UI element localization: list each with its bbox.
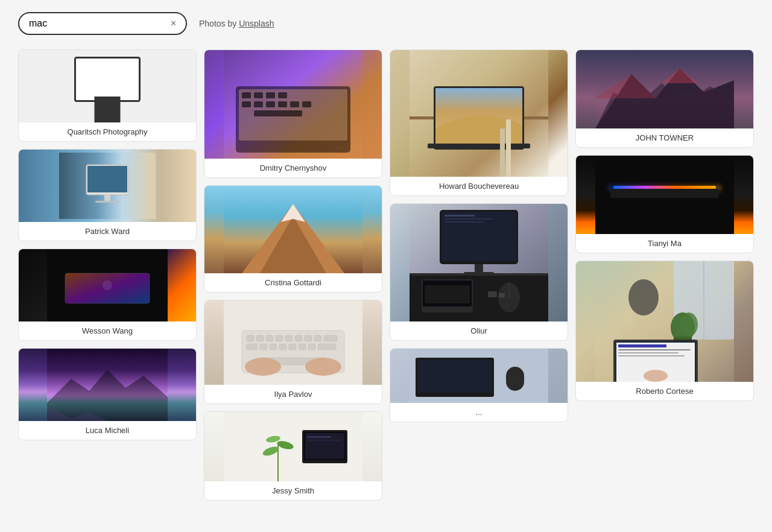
search-input[interactable]: mac xyxy=(29,18,171,29)
svg-rect-102 xyxy=(595,198,734,234)
svg-rect-46 xyxy=(299,344,306,350)
luca-photo-svg xyxy=(47,349,168,421)
photo-grid: Quaritsch Photography xyxy=(18,49,754,501)
photo-card-howard[interactable]: Howard Bouchevereau xyxy=(390,49,568,196)
ilya-photo-svg xyxy=(224,300,362,385)
photo-label-dmitry: Dmitry Chernyshov xyxy=(204,159,382,177)
svg-rect-22 xyxy=(278,101,287,107)
svg-rect-17 xyxy=(266,92,275,98)
svg-rect-18 xyxy=(278,92,287,98)
photo-label-jessy: Jessy Smith xyxy=(204,481,382,500)
photo-card-cristina[interactable]: Cristina Gottardi xyxy=(204,185,382,293)
svg-rect-69 xyxy=(500,128,505,177)
column-1: Quaritsch Photography xyxy=(18,49,197,501)
column-3: Howard Bouchevereau xyxy=(390,49,568,501)
wesson-photo-svg xyxy=(47,249,168,321)
photo-label-tianyi: Tianyi Ma xyxy=(576,234,753,253)
svg-rect-87 xyxy=(499,293,505,297)
svg-rect-44 xyxy=(279,344,286,350)
search-box: mac × xyxy=(18,12,187,35)
photo-card-extra[interactable]: ... xyxy=(390,348,568,422)
svg-rect-86 xyxy=(488,291,497,297)
dmitry-photo-svg xyxy=(224,50,362,159)
jessy-photo-svg xyxy=(224,412,362,481)
svg-rect-40 xyxy=(324,335,337,341)
photo-label-howard: Howard Bouchevereau xyxy=(390,177,568,195)
svg-rect-114 xyxy=(618,349,691,350)
svg-rect-20 xyxy=(254,101,263,107)
photo-label-ilya: Ilya Pavlov xyxy=(204,385,382,404)
svg-rect-38 xyxy=(305,335,312,341)
clear-search-button[interactable]: × xyxy=(171,18,176,29)
oliur-photo-svg xyxy=(410,204,548,321)
svg-rect-76 xyxy=(445,221,484,223)
svg-rect-35 xyxy=(276,335,283,341)
howard-photo-svg xyxy=(410,50,548,177)
photo-label-oliur: Oliur xyxy=(390,321,568,340)
photo-card-wesson[interactable]: Wesson Wang xyxy=(18,249,197,341)
svg-rect-48 xyxy=(318,344,336,350)
svg-rect-16 xyxy=(254,92,263,98)
photo-card-roberto[interactable]: Roberto Cortese xyxy=(575,261,754,401)
svg-point-8 xyxy=(103,280,112,290)
svg-rect-74 xyxy=(445,215,475,217)
svg-rect-15 xyxy=(242,92,251,98)
tianyi-photo-svg xyxy=(595,156,734,234)
extra-photo-svg xyxy=(410,349,548,403)
photo-card-patrick[interactable]: Patrick Ward xyxy=(18,149,197,241)
svg-rect-41 xyxy=(247,344,258,350)
svg-rect-34 xyxy=(266,335,273,341)
svg-rect-4 xyxy=(95,201,119,203)
svg-rect-36 xyxy=(285,335,293,341)
svg-rect-101 xyxy=(610,189,719,198)
svg-rect-25 xyxy=(254,110,302,116)
svg-rect-23 xyxy=(290,101,299,107)
unsplash-link[interactable]: Unsplash xyxy=(239,19,274,28)
svg-point-108 xyxy=(680,312,698,337)
svg-rect-60 xyxy=(307,436,331,438)
svg-rect-42 xyxy=(260,344,267,350)
photo-card-ilya[interactable]: Ilya Pavlov xyxy=(204,300,382,404)
svg-rect-43 xyxy=(270,344,277,350)
column-2: Dmitry Chernyshov xyxy=(204,49,382,501)
svg-rect-19 xyxy=(242,101,251,107)
svg-rect-90 xyxy=(417,359,492,393)
page-header: mac × Photos by Unsplash xyxy=(18,12,754,35)
svg-rect-79 xyxy=(410,273,548,276)
photos-by-label: Photos by xyxy=(199,19,236,28)
photo-card-dmitry[interactable]: Dmitry Chernyshov xyxy=(204,49,382,178)
svg-rect-45 xyxy=(289,344,296,350)
svg-point-117 xyxy=(644,370,668,382)
svg-rect-37 xyxy=(295,335,302,341)
photo-card-tianyi[interactable]: Tianyi Ma xyxy=(575,155,754,253)
svg-rect-75 xyxy=(445,218,493,220)
attribution-text: Photos by Unsplash xyxy=(199,19,274,28)
photo-label-wesson: Wesson Wang xyxy=(19,321,196,340)
svg-rect-77 xyxy=(475,264,483,273)
svg-rect-21 xyxy=(266,101,275,107)
photo-label-john: JOHN TOWNER xyxy=(576,128,753,147)
svg-rect-2 xyxy=(87,166,127,192)
photo-label-patrick: Patrick Ward xyxy=(19,222,196,241)
svg-rect-67 xyxy=(428,144,530,148)
photo-card-oliur[interactable]: Oliur xyxy=(390,203,568,341)
photo-label-extra: ... xyxy=(390,403,568,422)
photo-card-luca[interactable]: Luca Micheli xyxy=(18,348,197,440)
svg-rect-47 xyxy=(308,344,315,350)
photo-label-roberto: Roberto Cortese xyxy=(576,382,753,401)
svg-rect-113 xyxy=(618,344,666,347)
svg-rect-116 xyxy=(618,355,685,356)
clear-icon: × xyxy=(171,18,176,29)
photo-card-jessy[interactable]: Jessy Smith xyxy=(204,411,382,501)
svg-rect-68 xyxy=(506,119,511,177)
svg-rect-83 xyxy=(425,285,470,303)
john-photo-svg xyxy=(595,50,734,128)
svg-rect-115 xyxy=(618,352,679,353)
svg-rect-33 xyxy=(256,335,264,341)
svg-rect-61 xyxy=(307,440,340,441)
svg-rect-39 xyxy=(314,335,321,341)
svg-point-51 xyxy=(305,358,341,376)
photo-card-quaritsch[interactable]: Quaritsch Photography xyxy=(18,49,197,142)
svg-rect-24 xyxy=(302,101,311,107)
photo-card-john[interactable]: JOHN TOWNER xyxy=(575,49,754,148)
